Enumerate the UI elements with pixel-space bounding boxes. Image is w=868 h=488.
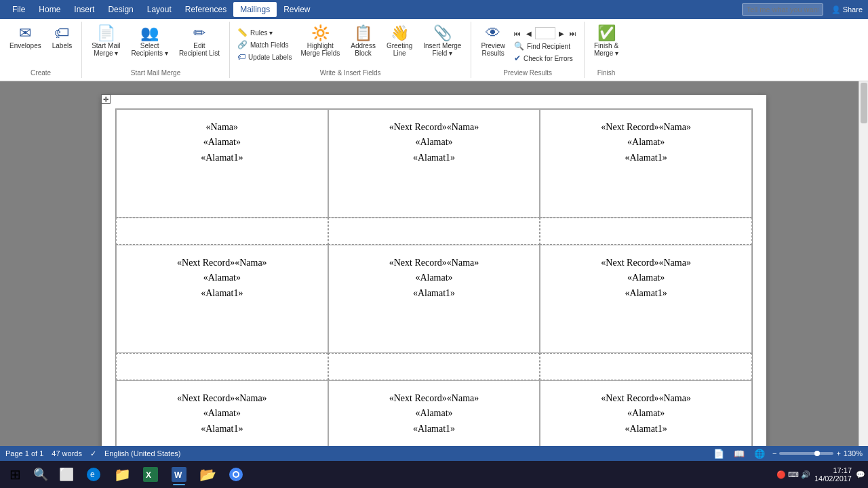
language[interactable]: English (United States) (104, 449, 181, 458)
rules-button[interactable]: 📏 Rules ▾ (235, 27, 294, 38)
start-mail-merge-label: Start MailMerge ▾ (92, 42, 120, 57)
zoom-in-button[interactable]: + (836, 449, 840, 458)
menu-layout[interactable]: Layout (140, 2, 178, 17)
preview-results-button[interactable]: 👁 PreviewResults (477, 24, 509, 58)
insert-merge-field-button[interactable]: 📎 Insert MergeField ▾ (419, 24, 465, 58)
merge-field-4-1-0: «Next Record»«Nama» (389, 391, 479, 406)
highlight-merge-fields-icon: 🔆 (311, 26, 330, 41)
check-errors-icon: ✔ (514, 54, 521, 63)
finish-merge-button[interactable]: ✅ Finish &Merge ▾ (590, 24, 623, 58)
greeting-line-icon: 👋 (391, 26, 409, 41)
rules-icon: 📏 (237, 28, 248, 37)
taskbar: ⊞ 🔍 ⬜ e 📁 X W 📂 🔴 ⌨ 🔊 17:17 14/02/2017 💬 (0, 461, 868, 488)
menu-file[interactable]: File (5, 2, 32, 17)
document-page: ✛ «Nama» «Alamat» «Alamat1» «Next Record… (102, 95, 766, 446)
word-app[interactable]: W (165, 462, 193, 487)
label-cell-4-1[interactable]: «Next Record»«Nama» «Alamat» «Alamat1» (328, 380, 540, 446)
edge-app[interactable]: e (80, 462, 107, 487)
task-view-button[interactable]: ⬜ (54, 462, 79, 487)
merge-field-2-2-0: «Next Record»«Nama» (601, 256, 691, 270)
notification-icon[interactable]: 💬 (856, 470, 865, 479)
label-cell-2-1[interactable]: «Next Record»«Nama» «Alamat» «Alamat1» (328, 245, 540, 353)
svg-text:X: X (146, 470, 151, 480)
match-fields-icon: 🔗 (237, 40, 248, 49)
labels-button[interactable]: 🏷 Labels (48, 24, 76, 51)
merge-field-4-0-2: «Alamat1» (201, 422, 243, 436)
start-mail-merge-group-label: Start Mail Merge (131, 69, 180, 78)
menu-design[interactable]: Design (101, 2, 140, 17)
create-group-label: Create (31, 69, 51, 78)
label-cell-2-0[interactable]: «Next Record»«Nama» «Alamat» «Alamat1» (116, 245, 328, 353)
start-button[interactable]: ⊞ (3, 462, 27, 487)
greeting-line-button[interactable]: 👋 GreetingLine (382, 24, 416, 58)
merge-field-0-1-1: «Alamat» (415, 135, 452, 150)
svg-text:W: W (174, 470, 182, 480)
record-number-input[interactable] (535, 27, 555, 39)
highlight-merge-fields-label: HighlightMerge Fields (300, 42, 340, 57)
start-mail-merge-icon: 📄 (97, 26, 115, 41)
ribbon-search-input[interactable] (742, 3, 823, 16)
envelopes-button[interactable]: ✉ Envelopes (5, 24, 45, 51)
search-button[interactable]: 🔍 (28, 462, 53, 487)
label-cell-0-1[interactable]: «Next Record»«Nama» «Alamat» «Alamat1» (328, 109, 540, 218)
label-grid: «Nama» «Alamat» «Alamat1» «Next Record»«… (115, 108, 753, 446)
merge-field-4-1-1: «Alamat» (415, 406, 452, 421)
edit-recipient-list-button[interactable]: ✏ EditRecipient List (175, 24, 224, 58)
menu-review[interactable]: Review (277, 2, 317, 17)
file-explorer-app[interactable]: 📁 (108, 462, 136, 487)
find-recipient-label: Find Recipient (527, 43, 570, 50)
status-bar: Page 1 of 1 47 words ✓ English (United S… (0, 446, 868, 461)
vertical-scrollbar[interactable] (859, 81, 868, 446)
clock: 17:17 14/02/2017 (814, 466, 852, 483)
label-cell-4-2[interactable]: «Next Record»«Nama» «Alamat» «Alamat1» (540, 380, 752, 446)
proofing-icon[interactable]: ✓ (90, 449, 96, 458)
last-record-button[interactable]: ⏭ (568, 29, 578, 38)
update-labels-icon: 🏷 (237, 52, 245, 62)
find-recipient-button[interactable]: 🔍 Find Recipient (512, 41, 578, 52)
highlight-merge-fields-button[interactable]: 🔆 HighlightMerge Fields (296, 24, 344, 58)
label-cell-4-0[interactable]: «Next Record»«Nama» «Alamat» «Alamat1» (116, 380, 328, 446)
move-handle[interactable]: ✛ (101, 94, 111, 104)
labels-icon: 🏷 (54, 26, 69, 41)
label-cell-2-2[interactable]: «Next Record»«Nama» «Alamat» «Alamat1» (540, 245, 752, 353)
menu-insert[interactable]: Insert (67, 2, 101, 17)
read-mode-button[interactable]: 📖 (732, 448, 747, 460)
merge-field-2-2-1: «Alamat» (627, 270, 665, 285)
start-mail-merge-button[interactable]: 📄 Start MailMerge ▾ (87, 24, 124, 58)
chrome-app[interactable] (222, 462, 250, 487)
menu-references[interactable]: References (178, 2, 233, 17)
next-record-button[interactable]: ▶ (557, 29, 566, 38)
time-display: 17:17 (814, 466, 852, 474)
page-info: Page 1 of 1 (5, 449, 43, 458)
highlighted-field: «Nama» (206, 122, 238, 132)
menu-mailings[interactable]: Mailings (233, 2, 277, 17)
merge-field-0-2-0: «Next Record»«Nama» (601, 120, 691, 135)
update-labels-button[interactable]: 🏷 Update Labels (235, 52, 294, 62)
address-block-button[interactable]: 📋 AddressBlock (347, 24, 380, 58)
zoom-slider[interactable] (779, 452, 833, 455)
match-fields-label: Match Fields (250, 41, 289, 49)
merge-field-2-0-2: «Alamat1» (201, 286, 243, 301)
label-cell-0-0[interactable]: «Nama» «Alamat» «Alamat1» (116, 109, 328, 218)
zoom-out-button[interactable]: − (772, 449, 776, 458)
label-cell-3-2 (540, 353, 752, 380)
select-recipients-button[interactable]: 👥 SelectRecipients ▾ (127, 24, 172, 58)
share-icon: 👤 (831, 5, 841, 14)
print-layout-view-button[interactable]: 📄 (711, 448, 726, 460)
merge-field-2-1-0: «Next Record»«Nama» (389, 256, 479, 270)
merge-field-0-2-1: «Alamat» (627, 135, 665, 150)
check-for-errors-button[interactable]: ✔ Check for Errors (512, 53, 578, 64)
web-layout-button[interactable]: 🌐 (752, 448, 767, 460)
excel-app[interactable]: X (137, 462, 164, 487)
prev-record-button[interactable]: ◀ (524, 29, 534, 38)
folder-app[interactable]: 📂 (194, 462, 221, 487)
match-fields-button[interactable]: 🔗 Match Fields (235, 39, 294, 50)
share-button[interactable]: 👤 Share (831, 5, 863, 14)
first-record-button[interactable]: ⏮ (512, 29, 523, 38)
menu-home[interactable]: Home (32, 2, 67, 17)
svg-point-8 (234, 472, 238, 476)
merge-field-0-1-0: «Next Record»«Nama» (389, 120, 479, 135)
label-cell-0-2[interactable]: «Next Record»«Nama» «Alamat» «Alamat1» (540, 109, 752, 218)
zoom-control[interactable]: − + 130% (772, 449, 863, 458)
scrollbar-thumb[interactable] (861, 83, 867, 123)
